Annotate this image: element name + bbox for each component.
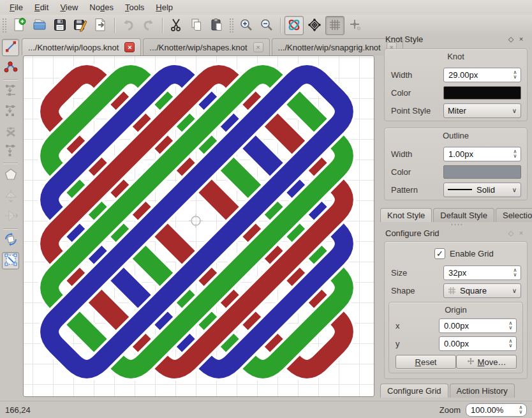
zoom-spinbox[interactable]: 100.00% ∧∨ — [466, 403, 527, 417]
open-document-button[interactable] — [30, 16, 49, 35]
enable-grid-checkbox[interactable]: ✓ Enable Grid — [434, 248, 494, 259]
grid-icon — [327, 17, 343, 34]
copy-button[interactable] — [187, 16, 206, 35]
spin-arrows[interactable]: ∧∨ — [515, 404, 526, 416]
save-icon — [52, 17, 68, 34]
flip-horizontal-tool-button[interactable] — [2, 208, 19, 225]
origin-y-spinbox[interactable]: 0.00px ∧∨ — [439, 336, 517, 351]
tab-knot-style[interactable]: Knot Style — [380, 208, 432, 222]
menu-view[interactable]: View — [54, 1, 84, 13]
scale-tool-button[interactable] — [2, 252, 19, 269]
merge-node-icon — [4, 143, 18, 159]
grid-size-label: Size — [391, 268, 407, 278]
spin-arrows[interactable]: ∧∨ — [505, 337, 516, 350]
insert-node-tool-button[interactable] — [2, 103, 19, 120]
pattern-combobox[interactable]: Solid ∨ — [443, 183, 521, 197]
flip-vertical-tool-button[interactable] — [2, 188, 19, 205]
knot-width-spinbox[interactable]: 29.00px ∧∨ — [443, 68, 521, 82]
point-style-label: Point Style — [391, 106, 431, 116]
float-dock-icon[interactable]: ◇ — [506, 228, 516, 238]
save-button[interactable] — [50, 16, 70, 35]
configure-grid-dock-titlebar[interactable]: Configure Grid ◇ × — [380, 226, 532, 240]
spin-arrows[interactable]: ∧∨ — [510, 147, 521, 161]
knot-display-toggle[interactable] — [284, 16, 304, 35]
grid-origin-marker — [189, 214, 203, 228]
menu-nodes[interactable]: Nodes — [84, 1, 119, 13]
knot-style-dock: Knot Style ◇ × Knot Width 29.00px ∧∨ Col… — [380, 32, 532, 207]
float-dock-icon[interactable]: ◇ — [506, 34, 516, 44]
node-tool-button[interactable] — [2, 59, 19, 76]
point-style-combobox[interactable]: Miter ∨ — [443, 103, 521, 118]
dock-title-text: Configure Grid — [385, 228, 440, 238]
rotate-tool-button[interactable] — [2, 232, 19, 249]
toolbar-drag-handle[interactable] — [2, 18, 7, 33]
tab-default-style[interactable]: Default Style — [433, 208, 494, 222]
knot-style-dock-titlebar[interactable]: Knot Style ◇ × — [380, 32, 532, 46]
knot-display-icon — [286, 17, 302, 34]
spin-arrows[interactable]: ∧∨ — [510, 68, 521, 82]
knotter-window: { "menu": { "items": [ {"pre":"","mn":"F… — [0, 0, 532, 418]
move-origin-button[interactable]: Move… — [456, 355, 517, 369]
outline-width-spinbox[interactable]: 1.00px ∧∨ — [443, 147, 521, 161]
tab-label: .../Knotter/wip/shapes.knot — [149, 43, 247, 52]
insert-edge-tool-button[interactable] — [2, 82, 19, 100]
redo-button[interactable] — [139, 16, 158, 35]
new-document-button[interactable] — [10, 16, 29, 35]
spin-arrows[interactable]: ∧∨ — [510, 266, 521, 280]
graph-display-icon — [307, 17, 322, 34]
snap-grid-icon — [348, 17, 363, 34]
tab-loops-knot[interactable]: .../Knotter/wip/loops.knot × — [22, 38, 141, 56]
enable-grid-label: Enable Grid — [450, 249, 494, 258]
tab-configure-grid[interactable]: Configure Grid — [380, 384, 448, 398]
close-tab-icon[interactable]: × — [124, 42, 135, 52]
dock-splitter-handle[interactable] — [450, 223, 462, 225]
close-dock-icon[interactable]: × — [516, 228, 526, 238]
outline-color-swatch[interactable] — [443, 165, 521, 179]
grid-dock-tabbar: Configure Grid Action History — [380, 384, 515, 398]
square-grid-icon — [448, 287, 456, 295]
tab-action-history[interactable]: Action History — [450, 384, 515, 398]
close-tab-icon[interactable]: × — [253, 42, 263, 52]
menu-help[interactable]: Help — [150, 1, 179, 13]
undo-button[interactable] — [119, 16, 138, 35]
paste-button[interactable] — [207, 16, 226, 35]
outline-width-label: Width — [391, 149, 412, 159]
knot-canvas[interactable] — [23, 56, 374, 397]
grid-toggle[interactable] — [325, 16, 344, 35]
grid-shape-combobox[interactable]: Square ∨ — [443, 283, 521, 298]
polygon-tool-button[interactable] — [2, 167, 19, 184]
redo-icon — [141, 17, 156, 34]
origin-x-spinbox[interactable]: 0.00px ∧∨ — [439, 318, 517, 333]
origin-x-label: x — [395, 321, 400, 331]
zoom-in-button[interactable] — [237, 16, 256, 35]
celtic-knot-drawing — [24, 56, 374, 396]
cut-button[interactable] — [166, 16, 186, 35]
save-as-button[interactable] — [71, 16, 90, 35]
close-dock-icon[interactable]: × — [516, 34, 526, 44]
insert-edge-icon — [4, 83, 18, 99]
snap-grid-toggle[interactable] — [346, 16, 365, 35]
export-button[interactable] — [91, 16, 110, 35]
merge-node-tool-button[interactable] — [2, 142, 19, 160]
menu-tools[interactable]: Tools — [119, 1, 150, 13]
edge-tool-button[interactable] — [2, 39, 19, 56]
knot-color-swatch[interactable] — [443, 86, 521, 100]
spin-arrows[interactable]: ∧∨ — [505, 319, 516, 332]
graph-display-toggle[interactable] — [305, 16, 324, 35]
sidebar-separator — [3, 79, 18, 80]
combo-arrow-icon: ∨ — [512, 186, 517, 193]
reset-origin-button[interactable]: Reset — [395, 355, 456, 369]
delete-node-tool-button[interactable] — [2, 123, 19, 140]
toolbar-drag-handle[interactable] — [229, 18, 234, 33]
zoom-out-button[interactable] — [257, 16, 276, 35]
scale-tool-icon — [4, 253, 18, 269]
edge-tool-icon — [4, 40, 18, 56]
grid-size-spinbox[interactable]: 32px ∧∨ — [443, 265, 521, 280]
tab-shapes-knot[interactable]: .../Knotter/wip/shapes.knot × — [143, 38, 269, 56]
node-tool-icon — [4, 59, 18, 75]
menu-edit[interactable]: Edit — [29, 1, 54, 13]
menu-file[interactable]: File — [4, 1, 29, 13]
rotate-tool-icon — [4, 232, 18, 248]
dock-title-text: Knot Style — [385, 34, 423, 44]
tab-selection-style[interactable]: Selection Style — [496, 208, 532, 222]
